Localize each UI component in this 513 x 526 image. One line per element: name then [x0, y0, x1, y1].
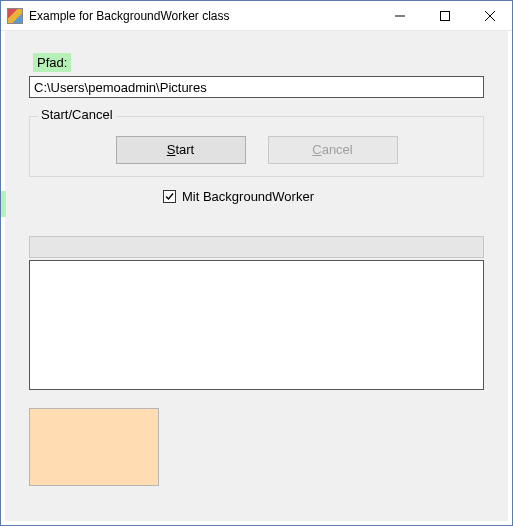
progress-bar [29, 236, 484, 258]
minimize-button[interactable] [377, 1, 422, 30]
path-label: Pfad: [33, 53, 71, 72]
bgworker-checkbox-label: Mit BackgroundWorker [182, 189, 314, 204]
cancel-text: ancel [322, 142, 353, 157]
check-icon [164, 191, 175, 202]
app-icon [7, 8, 23, 24]
svg-line-3 [485, 11, 495, 21]
app-window: Example for BackgroundWorker class Pfad:… [0, 0, 513, 526]
button-row: Start Cancel [40, 136, 473, 164]
svg-line-2 [485, 11, 495, 21]
svg-rect-1 [440, 11, 449, 20]
image-preview [29, 408, 159, 486]
bgworker-checkbox[interactable] [163, 190, 176, 203]
start-text: tart [175, 142, 194, 157]
path-input[interactable] [29, 76, 484, 98]
titlebar[interactable]: Example for BackgroundWorker class [1, 1, 512, 31]
maximize-button[interactable] [422, 1, 467, 30]
bgworker-checkbox-row[interactable]: Mit BackgroundWorker [163, 189, 484, 204]
cancel-button: Cancel [268, 136, 398, 164]
window-controls [377, 1, 512, 30]
results-listbox[interactable] [29, 260, 484, 390]
start-button[interactable]: Start [116, 136, 246, 164]
client-area: Pfad: Start/Cancel Start Cancel Mit Back… [1, 31, 512, 525]
cancel-accel: C [312, 142, 321, 157]
start-cancel-group: Start/Cancel Start Cancel [29, 116, 484, 177]
group-legend: Start/Cancel [38, 107, 116, 122]
close-button[interactable] [467, 1, 512, 30]
window-title: Example for BackgroundWorker class [29, 9, 377, 23]
edge-accent [1, 191, 6, 217]
